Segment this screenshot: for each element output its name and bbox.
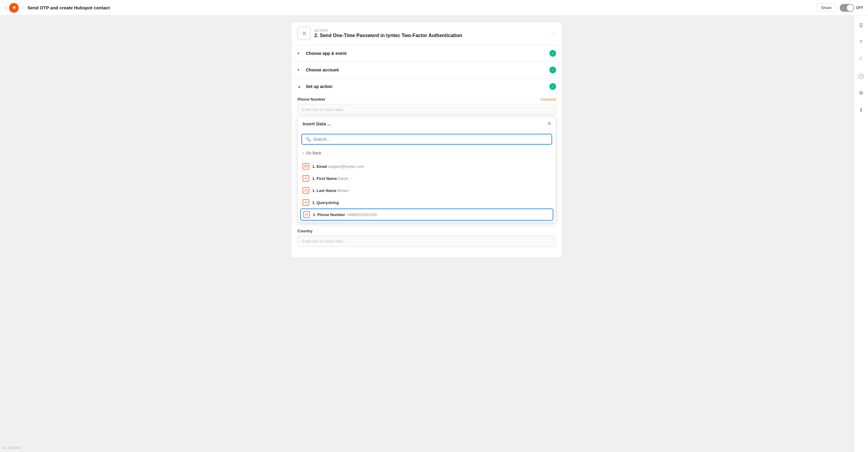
country-placeholder: Enter text or insert data... bbox=[302, 239, 346, 244]
main-content: ✕ Action 2. Send One-Time Password in ty… bbox=[0, 16, 854, 452]
dropdown-close-button[interactable]: × bbox=[548, 121, 551, 126]
toggle-switch[interactable]: OFF bbox=[840, 4, 863, 12]
setup-content: Phone Number (required) Enter text or in… bbox=[298, 93, 556, 253]
page-title: Send OTP and create Hubspot contact bbox=[27, 5, 110, 10]
set-up-action-chevron: ▲ bbox=[298, 85, 302, 89]
action-more-button[interactable]: ··· bbox=[550, 30, 556, 37]
set-up-action-check: ✓ bbox=[550, 83, 556, 90]
country-label: Country bbox=[298, 229, 313, 233]
phone-number-label: Phone Number bbox=[298, 97, 325, 102]
data-item-phone-number-label: 1. Phone Number +4989202451100 bbox=[313, 213, 377, 217]
data-item-phone-number-icon bbox=[303, 211, 310, 218]
country-input[interactable]: Enter text or insert data... bbox=[298, 236, 556, 247]
set-up-action-section: ▲ Set up action ✓ Phone Number (required… bbox=[291, 78, 562, 258]
action-card: ✕ Action 2. Send One-Time Password in ty… bbox=[291, 22, 562, 258]
toggle-thumb bbox=[847, 4, 854, 11]
right-sidebar: ☰ ? ! 🕐 ⚙ ℹ bbox=[854, 16, 868, 452]
set-up-action-row[interactable]: ▲ Set up action ✓ bbox=[298, 83, 556, 90]
data-item-last-name-icon bbox=[303, 187, 309, 194]
data-item-last-name[interactable]: 1. Last Name Brown bbox=[298, 185, 556, 196]
data-item-querystring-icon bbox=[303, 199, 309, 206]
choose-account-chevron: ▾ bbox=[298, 68, 302, 72]
insert-data-title: Insert Data ... bbox=[303, 121, 331, 126]
data-item-last-name-label: 1. Last Name Brown bbox=[312, 188, 349, 193]
data-item-querystring-label: 1. Querystring bbox=[312, 200, 339, 205]
alert-icon[interactable]: ! bbox=[856, 54, 866, 64]
toggle-track[interactable] bbox=[840, 4, 854, 12]
search-input-wrap: 🔍 bbox=[301, 134, 552, 144]
choose-app-label: Choose app & event bbox=[306, 51, 546, 56]
data-item-email[interactable]: 1. Email support@tyntec.com bbox=[298, 160, 556, 172]
set-up-action-label: Set up action bbox=[306, 84, 546, 89]
data-item-email-icon bbox=[303, 163, 309, 170]
header-left: ‹ ✳ / Send OTP and create Hubspot contac… bbox=[5, 3, 816, 13]
version-tag: ver. 3f50288e bbox=[2, 446, 21, 450]
choose-account-check: ✓ bbox=[550, 67, 556, 73]
phone-number-placeholder: Enter text or insert data... bbox=[302, 107, 346, 112]
phone-number-input[interactable]: Enter text or insert data... bbox=[298, 104, 556, 115]
data-item-querystring[interactable]: 1. Querystring bbox=[298, 196, 556, 208]
action-header: ✕ Action 2. Send One-Time Password in ty… bbox=[291, 22, 562, 45]
menu-icon[interactable]: ☰ bbox=[856, 21, 866, 30]
content-area: ✕ Action 2. Send One-Time Password in ty… bbox=[291, 16, 562, 452]
action-type-label: Action bbox=[314, 29, 462, 32]
data-item-phone-number[interactable]: 1. Phone Number +4989202451100 bbox=[300, 208, 553, 221]
data-items-list: 1. Email support@tyntec.com bbox=[298, 159, 556, 222]
header-separator: / bbox=[22, 4, 24, 11]
search-input[interactable] bbox=[313, 137, 548, 141]
insert-data-dropdown: Insert Data ... × 🔍 ‹ bbox=[298, 116, 556, 223]
search-icon: 🔍 bbox=[306, 137, 311, 141]
toggle-label: OFF bbox=[856, 6, 863, 10]
action-icon-wrap: ✕ bbox=[298, 27, 311, 40]
country-field-header: Country bbox=[298, 229, 556, 233]
go-back-row[interactable]: ‹ Go Back bbox=[298, 148, 556, 159]
share-button[interactable]: Share bbox=[816, 3, 836, 12]
choose-app-check: ✓ bbox=[550, 50, 556, 57]
choose-app-section[interactable]: ▾ Choose app & event ✓ bbox=[291, 45, 562, 62]
app-header: ‹ ✳ / Send OTP and create Hubspot contac… bbox=[0, 0, 868, 16]
action-info: Action 2. Send One-Time Password in tynt… bbox=[314, 29, 462, 38]
action-icon: ✕ bbox=[302, 30, 307, 37]
settings-icon[interactable]: ⚙ bbox=[856, 88, 866, 98]
phone-number-required: (required) bbox=[540, 97, 556, 102]
header-right: Share OFF bbox=[816, 3, 863, 12]
phone-number-field-group: Phone Number (required) Enter text or in… bbox=[298, 97, 556, 223]
country-field-group: Country Enter text or insert data... bbox=[298, 229, 556, 247]
clock-icon[interactable]: 🕐 bbox=[856, 71, 866, 81]
app-logo: ✳ bbox=[9, 3, 19, 13]
action-title: 2. Send One-Time Password in tyntec Two-… bbox=[314, 33, 462, 38]
dropdown-header: Insert Data ... × bbox=[298, 117, 556, 131]
help-icon[interactable]: ? bbox=[856, 37, 866, 47]
go-back-arrow-icon: ‹ bbox=[303, 151, 304, 155]
info-icon[interactable]: ℹ bbox=[856, 105, 866, 115]
back-button[interactable]: ‹ bbox=[5, 4, 7, 11]
choose-account-section[interactable]: ▾ Choose account ✓ bbox=[291, 62, 562, 78]
go-back-label: Go Back bbox=[306, 151, 321, 155]
choose-app-chevron: ▾ bbox=[298, 51, 302, 56]
data-item-email-label: 1. Email support@tyntec.com bbox=[312, 164, 364, 169]
choose-account-label: Choose account bbox=[306, 67, 546, 72]
search-bar: 🔍 bbox=[298, 131, 556, 148]
phone-number-field-header: Phone Number (required) bbox=[298, 97, 556, 102]
data-item-first-name[interactable]: 1. First Name David bbox=[298, 172, 556, 185]
data-item-first-name-icon bbox=[303, 175, 309, 182]
data-item-first-name-label: 1. First Name David bbox=[312, 176, 348, 181]
